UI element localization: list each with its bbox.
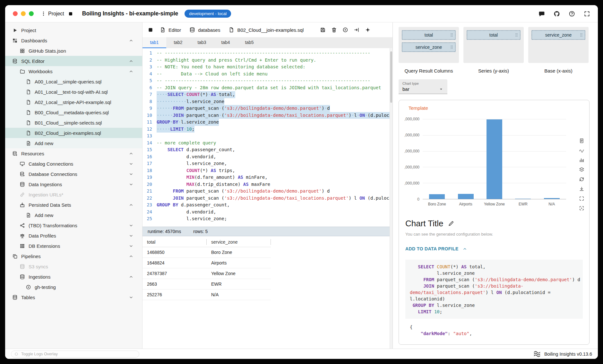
sidebar-item-a00-local-simple-queries-sql[interactable]: A00_Local__simple-queries.sql: [5, 76, 142, 87]
tab-tab2[interactable]: tab2: [166, 37, 190, 48]
box-in-icon: [20, 202, 25, 208]
project-menu[interactable]: Project: [48, 11, 64, 17]
zone-label-query-result-columns: Query Result Columns: [399, 68, 459, 74]
table-cell: 24787387: [142, 271, 207, 276]
drop-zone-series-y-axis[interactable]: total: [463, 27, 524, 63]
column-header-total[interactable]: total: [142, 239, 207, 245]
sidebar-item-add-new[interactable]: Add new: [5, 138, 142, 148]
kebab-menu-icon[interactable]: [41, 11, 46, 16]
editor-mode-button[interactable]: Editor: [160, 27, 181, 33]
line-number: 7: [142, 91, 157, 98]
table-row[interactable]: 252276N/A: [142, 290, 271, 300]
layers-icon[interactable]: [579, 167, 584, 172]
table-cell: 1468850: [142, 250, 207, 255]
help-icon[interactable]: [569, 11, 575, 17]
ai-sparkle-icon[interactable]: [365, 27, 371, 33]
databases-button[interactable]: databases: [189, 27, 220, 33]
sidebar-item-sql-editor[interactable]: SQL Editor: [5, 56, 142, 66]
sidebar-item-b01-cloud-simple-selects-sql[interactable]: B01_Cloud__simple-selects.sql: [5, 117, 142, 128]
sidebar-item-resources[interactable]: Resources: [5, 148, 142, 159]
table-row[interactable]: 24787387Yellow Zone: [142, 268, 271, 279]
field-chip-service-zone[interactable]: service_zone: [531, 30, 585, 40]
save-icon[interactable]: [320, 27, 326, 33]
frame-focus-icon[interactable]: [579, 205, 584, 211]
scrollbar-thumb[interactable]: [390, 51, 392, 103]
sidebar-item-project[interactable]: Project: [5, 25, 142, 35]
delete-icon[interactable]: [331, 27, 337, 33]
code-snippet-line: SELECT COUNT(*) AS total,: [410, 264, 578, 270]
stop-square-icon[interactable]: [148, 27, 153, 33]
stop-icon[interactable]: [68, 11, 73, 16]
field-chip-total[interactable]: total: [402, 30, 456, 40]
column-header-service-zone[interactable]: service_zone: [207, 239, 271, 245]
sidebar-item-ingestions[interactable]: Ingestions: [5, 272, 142, 282]
chart-type-select[interactable]: Chart type bar: [399, 79, 447, 94]
sidebar-item-data-profiles[interactable]: Data Profiles: [5, 230, 142, 241]
download-icon[interactable]: [579, 186, 584, 192]
close-window-button[interactable]: [13, 11, 18, 16]
sidebar-item-s3-syncs[interactable]: S3 syncs: [5, 261, 142, 272]
drop-zone-base-x-axis[interactable]: service_zone: [528, 27, 589, 63]
tab-tab4[interactable]: tab4: [214, 37, 237, 48]
sidebar-item-tbd-transformations[interactable]: (TBD) Transformations: [5, 220, 142, 230]
fullscreen-icon[interactable]: [584, 11, 590, 17]
sidebar-item-label: Pipelines: [21, 254, 41, 259]
format-icon[interactable]: [354, 27, 359, 33]
refresh-icon[interactable]: [579, 177, 584, 182]
tab-tab1[interactable]: tab1: [142, 37, 166, 48]
sidebar-item-db-extensions[interactable]: DB Extensions: [5, 241, 142, 251]
sidebar-item-dashboards[interactable]: Dashboards: [5, 35, 142, 46]
code-text: -- -------------------------------------…: [157, 77, 370, 84]
tab-tab3[interactable]: tab3: [190, 37, 214, 48]
sidebar-item-tables[interactable]: Tables: [5, 292, 142, 302]
stats-icon: [20, 48, 25, 54]
open-file-button[interactable]: B02_Cloud__join-examples.sql: [228, 27, 304, 33]
sidebar-item-workbooks[interactable]: Workbooks: [5, 66, 142, 76]
sidebar-item-a02-local-stripe-api-example-sql[interactable]: A02_Local__stripe-API-example.sql: [5, 97, 142, 107]
report-icon[interactable]: [579, 138, 584, 143]
sidebar-item-b00-cloud-metadata-queries-sql[interactable]: B00_Cloud__metadata-queries.sql: [5, 107, 142, 117]
code-editor[interactable]: 1-- ------------------------------------…: [142, 48, 392, 227]
chevron-up-icon: [129, 254, 134, 259]
scale-icon: [20, 233, 25, 238]
file-icon: [26, 120, 31, 126]
sidebar-item-gh-testing[interactable]: gh-testing: [5, 282, 142, 292]
add-to-data-profile-button[interactable]: ADD TO DATA PROFILE: [405, 246, 583, 251]
sidebar-item-add-new[interactable]: Add new: [5, 210, 142, 220]
sidebar-item-label: (TBD) Transformations: [29, 223, 77, 228]
code-line: 15 SELECT d.passenger_count,: [142, 146, 392, 153]
drop-zone-query-result-columns[interactable]: totalservice_zone: [399, 27, 459, 63]
sidebar-item-persisted-data-sets[interactable]: Persisted Data Sets: [5, 200, 142, 210]
github-icon[interactable]: [554, 11, 560, 17]
sidebar-item-pipelines[interactable]: Pipelines: [5, 251, 142, 261]
chat-icon[interactable]: [538, 11, 545, 17]
frame-icon[interactable]: [579, 196, 584, 201]
toggle-logs-overlay[interactable]: Toggle Logs Overlay: [11, 351, 139, 358]
code-text: FROM parquet_scan ('s3://boilingdata-dem…: [157, 188, 330, 195]
table-cell: 1648824: [142, 260, 207, 265]
sidebar-item-ingestion-urls[interactable]: Ingestion URLs*: [5, 189, 142, 200]
bar-chart-icon[interactable]: [579, 157, 584, 163]
sidebar-item-data-ingestions[interactable]: Data Ingestions: [5, 179, 142, 189]
tab-tab5[interactable]: tab5: [237, 37, 261, 48]
table-row[interactable]: 1468850Boro Zone: [142, 247, 271, 258]
sidebar-item-catalog-connections[interactable]: Catalog Connections: [5, 159, 142, 169]
field-chip-total[interactable]: total: [467, 30, 521, 40]
table-row[interactable]: 2663EWR: [142, 279, 271, 290]
sidebar-item-database-connections[interactable]: Database Connections: [5, 169, 142, 179]
line-chart-icon[interactable]: [579, 148, 584, 153]
rowcount-text: rows: 5: [193, 229, 208, 234]
sidebar-item-b02-cloud-join-examples-sql[interactable]: B02_Cloud__join-examples.sql: [5, 128, 142, 138]
generated-sql-snippet: SELECT COUNT(*) AS total, l.service_zone…: [405, 260, 583, 319]
minimize-window-button[interactable]: [21, 11, 26, 16]
editor-actions: [320, 27, 387, 33]
environment-badge: development - local: [185, 10, 231, 18]
sidebar-item-github-stats-json[interactable]: GitHub Stats.json: [5, 46, 142, 56]
run-query-icon[interactable]: [342, 27, 348, 33]
zoom-window-button[interactable]: [29, 11, 34, 16]
edit-title-pencil-icon[interactable]: [448, 221, 454, 227]
table-row[interactable]: 1648824Airports: [142, 258, 271, 268]
sidebar-item-a01-local-text-to-sql-with-ai-sql[interactable]: A01_Local__text-to-sql-with-AI.sql: [5, 87, 142, 97]
field-chip-service-zone[interactable]: service_zone: [402, 42, 456, 52]
editor-scrollbar[interactable]: [390, 48, 392, 349]
